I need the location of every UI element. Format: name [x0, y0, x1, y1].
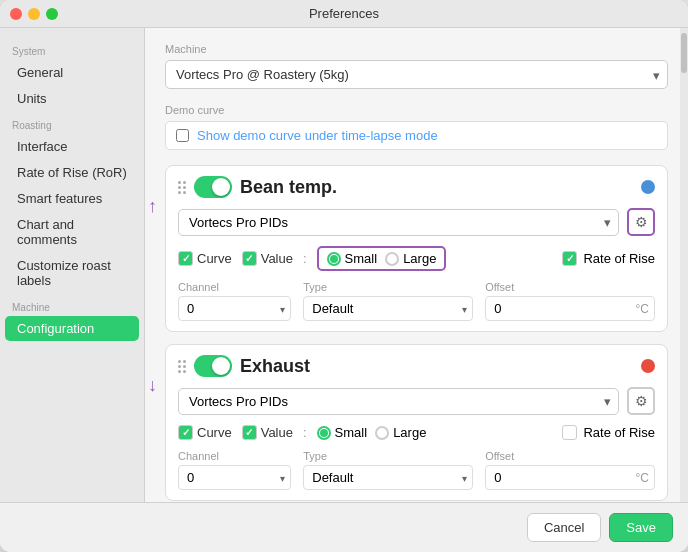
- demo-curve-checkbox[interactable]: [176, 129, 189, 142]
- bean-temp-source-wrapper[interactable]: Vortecs Pro PIDs: [178, 209, 619, 236]
- bean-temp-offset-input[interactable]: [485, 296, 655, 321]
- sidebar-section-machine: Machine: [0, 294, 144, 315]
- bean-temp-ror-text: Rate of Rise: [583, 251, 655, 266]
- exhaust-large-radio-outer[interactable]: [375, 426, 389, 440]
- demo-curve-section: Demo curve Show demo curve under time-la…: [165, 104, 668, 150]
- exhaust-colon-separator: :: [303, 425, 307, 440]
- exhaust-ror-label: Rate of Rise: [562, 425, 655, 440]
- exhaust-channel-input[interactable]: [178, 465, 291, 490]
- exhaust-offset-input[interactable]: [485, 465, 655, 490]
- minimize-button[interactable]: [28, 8, 40, 20]
- bean-temp-small-radio[interactable]: Small: [327, 251, 378, 266]
- bean-temp-header: Bean temp.: [178, 176, 655, 198]
- exhaust-large-radio[interactable]: Large: [375, 425, 426, 440]
- exhaust-curve-checkbox[interactable]: ✓: [178, 425, 193, 440]
- sidebar-item-general[interactable]: General: [5, 60, 139, 85]
- window-controls[interactable]: [10, 8, 58, 20]
- exhaust-type-group: Type: [303, 450, 473, 490]
- exhaust-value-checkbox-label[interactable]: ✓ Value: [242, 425, 293, 440]
- sidebar-section-roasting: Roasting: [0, 112, 144, 133]
- exhaust-size-radio-group: Small Large: [317, 425, 427, 440]
- bean-temp-small-label: Small: [345, 251, 378, 266]
- type-label: Type: [303, 281, 473, 293]
- exhaust-channel-label: Channel: [178, 450, 291, 462]
- exhaust-type-input-wrapper[interactable]: [303, 465, 473, 490]
- bean-temp-ror-checkbox[interactable]: ✓: [562, 251, 577, 266]
- bean-temp-offset-unit: °C: [636, 302, 649, 316]
- save-button[interactable]: Save: [609, 513, 673, 542]
- bean-temp-curve-checkbox-label[interactable]: ✓ Curve: [178, 251, 232, 266]
- exhaust-ror-checkbox[interactable]: [562, 425, 577, 440]
- sidebar-item-configuration[interactable]: Configuration: [5, 316, 139, 341]
- exhaust-curve-label: Curve: [197, 425, 232, 440]
- exhaust-small-radio[interactable]: Small: [317, 425, 368, 440]
- exhaust-value-checkbox[interactable]: ✓: [242, 425, 257, 440]
- machine-select-wrapper[interactable]: Vortecs Pro @ Roastery (5kg): [165, 60, 668, 89]
- window-title: Preferences: [309, 6, 379, 21]
- sidebar-item-ror[interactable]: Rate of Rise (RoR): [5, 160, 139, 185]
- bean-temp-ror-label: ✓ Rate of Rise: [562, 251, 655, 266]
- bean-temp-offset-wrapper: °C: [485, 296, 655, 321]
- bean-temp-type-input[interactable]: [303, 296, 473, 321]
- sidebar-item-chart[interactable]: Chart and comments: [5, 212, 139, 252]
- bean-temp-large-label: Large: [403, 251, 436, 266]
- demo-curve-text: Show demo curve under time-lapse mode: [197, 128, 438, 143]
- exhaust-large-label: Large: [393, 425, 426, 440]
- exhaust-offset-label: Offset: [485, 450, 655, 462]
- bean-temp-settings-button[interactable]: ⚙: [627, 208, 655, 236]
- exhaust-drag-handle[interactable]: [178, 360, 186, 373]
- exhaust-source-wrapper[interactable]: Vortecs Pro PIDs: [178, 388, 619, 415]
- exhaust-settings-button[interactable]: ⚙: [627, 387, 655, 415]
- bean-temp-large-radio[interactable]: Large: [385, 251, 436, 266]
- sidebar-item-roast-labels[interactable]: Customize roast labels: [5, 253, 139, 293]
- footer: Cancel Save: [0, 502, 688, 552]
- demo-curve-row: Show demo curve under time-lapse mode: [165, 121, 668, 150]
- exhaust-small-radio-outer[interactable]: [317, 426, 331, 440]
- exhaust-small-label: Small: [335, 425, 368, 440]
- offset-label: Offset: [485, 281, 655, 293]
- exhaust-color-dot: [641, 359, 655, 373]
- bean-temp-curve-checkbox[interactable]: ✓: [178, 251, 193, 266]
- bean-temp-drag-handle[interactable]: [178, 181, 186, 194]
- cancel-button[interactable]: Cancel: [527, 513, 601, 542]
- bean-temp-options-row: ✓ Curve ✓ Value :: [178, 246, 655, 271]
- arrow-down-indicator: ↓: [148, 375, 157, 396]
- bean-temp-small-radio-outer[interactable]: [327, 252, 341, 266]
- exhaust-type-input[interactable]: [303, 465, 473, 490]
- exhaust-ror-text: Rate of Rise: [583, 425, 655, 440]
- exhaust-small-radio-inner: [320, 429, 328, 437]
- scrollbar-track[interactable]: [680, 28, 688, 502]
- exhaust-source-select[interactable]: Vortecs Pro PIDs: [178, 388, 619, 415]
- bean-temp-channel-group: Channel: [178, 281, 291, 321]
- exhaust-header: Exhaust: [178, 355, 655, 377]
- bean-temp-toggle[interactable]: [194, 176, 232, 198]
- main-content: System General Units Roasting Interface …: [0, 28, 688, 502]
- exhaust-value-label: Value: [261, 425, 293, 440]
- bean-temp-channel-input[interactable]: [178, 296, 291, 321]
- exhaust-toggle[interactable]: [194, 355, 232, 377]
- sidebar-section-system: System: [0, 38, 144, 59]
- sidebar-item-units[interactable]: Units: [5, 86, 139, 111]
- maximize-button[interactable]: [46, 8, 58, 20]
- bean-temp-value-checkbox-label[interactable]: ✓ Value: [242, 251, 293, 266]
- bean-temp-type-input-wrapper[interactable]: [303, 296, 473, 321]
- exhaust-source-row: Vortecs Pro PIDs ⚙: [178, 387, 655, 415]
- exhaust-name: Exhaust: [240, 356, 310, 377]
- titlebar: Preferences: [0, 0, 688, 28]
- bean-temp-source-select[interactable]: Vortecs Pro PIDs: [178, 209, 619, 236]
- bean-temp-value-checkbox[interactable]: ✓: [242, 251, 257, 266]
- exhaust-channel-group: Channel: [178, 450, 291, 490]
- close-button[interactable]: [10, 8, 22, 20]
- sidebar-item-smart-features[interactable]: Smart features: [5, 186, 139, 211]
- bean-temp-large-radio-outer[interactable]: [385, 252, 399, 266]
- bean-temp-name: Bean temp.: [240, 177, 337, 198]
- demo-curve-label: Demo curve: [165, 104, 668, 116]
- bean-temp-color-dot: [641, 180, 655, 194]
- machine-section: Machine Vortecs Pro @ Roastery (5kg): [165, 43, 668, 89]
- bean-temp-channel-input-wrapper[interactable]: [178, 296, 291, 321]
- exhaust-channel-input-wrapper[interactable]: [178, 465, 291, 490]
- sidebar-item-interface[interactable]: Interface: [5, 134, 139, 159]
- scrollbar-thumb[interactable]: [681, 33, 687, 73]
- machine-select[interactable]: Vortecs Pro @ Roastery (5kg): [165, 60, 668, 89]
- exhaust-curve-checkbox-label[interactable]: ✓ Curve: [178, 425, 232, 440]
